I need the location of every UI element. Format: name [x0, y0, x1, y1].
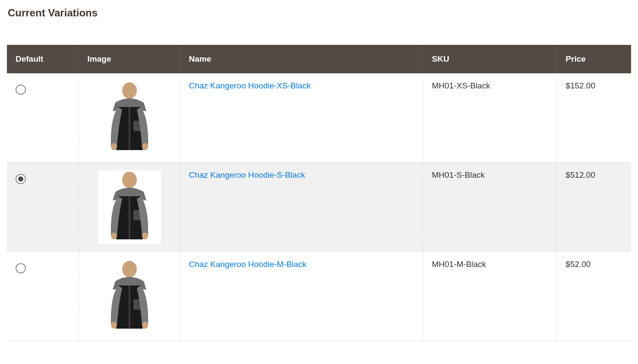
svg-point-4: [142, 143, 148, 150]
cell-image: [79, 73, 180, 163]
svg-point-14: [142, 322, 148, 329]
cell-default: [7, 73, 79, 163]
cell-sku: MH01-M-Black: [423, 252, 557, 341]
col-header-name: Name: [180, 45, 423, 73]
svg-rect-6: [129, 196, 130, 239]
cell-price: $152.00: [557, 73, 631, 163]
col-header-sku: SKU: [423, 45, 557, 73]
product-name-link[interactable]: Chaz Kangeroo Hoodie-S-Black: [189, 170, 305, 179]
table-row: Chaz Kangeroo Hoodie-M-BlackMH01-M-Black…: [7, 252, 631, 341]
cell-price: $52.00: [557, 252, 631, 341]
product-thumbnail[interactable]: [98, 170, 161, 244]
svg-point-5: [122, 172, 137, 188]
table-row: Chaz Kangeroo Hoodie-XS-BlackMH01-XS-Bla…: [7, 73, 631, 163]
cell-name: Chaz Kangeroo Hoodie-S-Black: [180, 163, 423, 252]
table-header-row: Default Image Name SKU Price: [7, 45, 631, 73]
cell-name: Chaz Kangeroo Hoodie-XS-Black: [180, 73, 423, 163]
col-header-image: Image: [79, 45, 180, 73]
cell-name: Chaz Kangeroo Hoodie-M-Black: [180, 252, 423, 341]
svg-point-3: [111, 143, 117, 150]
svg-rect-11: [129, 286, 130, 329]
svg-rect-1: [129, 107, 130, 150]
product-thumbnail[interactable]: [98, 260, 161, 333]
col-header-price: Price: [557, 45, 631, 73]
cell-image: [79, 252, 180, 341]
default-radio[interactable]: [16, 85, 26, 95]
cell-sku: MH01-S-Black: [423, 163, 557, 252]
cell-sku: MH01-XS-Black: [423, 73, 557, 163]
product-thumbnail[interactable]: [98, 81, 161, 154]
svg-point-13: [111, 322, 117, 329]
cell-default: [7, 163, 79, 252]
table-row: Chaz Kangeroo Hoodie-S-BlackMH01-S-Black…: [7, 163, 631, 252]
svg-point-9: [142, 232, 148, 239]
default-radio[interactable]: [16, 174, 26, 184]
svg-point-8: [111, 232, 117, 239]
col-header-default: Default: [7, 45, 79, 73]
cell-image: [79, 163, 180, 252]
default-radio[interactable]: [16, 263, 26, 273]
svg-point-0: [122, 82, 137, 99]
section-title: Current Variations: [8, 7, 631, 19]
product-name-link[interactable]: Chaz Kangeroo Hoodie-XS-Black: [189, 81, 310, 90]
cell-price: $512.00: [557, 163, 631, 252]
variations-table: Default Image Name SKU Price Chaz Kanger…: [7, 45, 631, 341]
cell-default: [7, 252, 79, 341]
svg-point-10: [122, 261, 137, 277]
product-name-link[interactable]: Chaz Kangeroo Hoodie-M-Black: [189, 260, 306, 269]
